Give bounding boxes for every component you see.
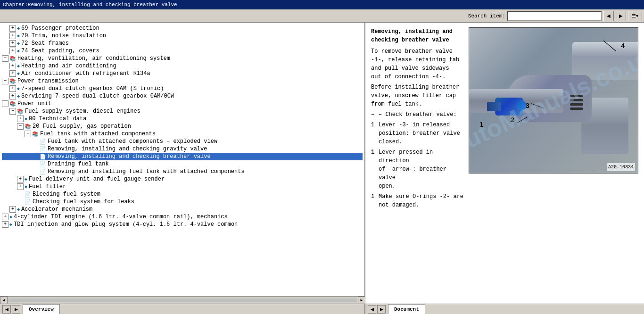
tree-item-7[interactable]: +◆Air conditioner with refrigerant R134a bbox=[2, 70, 363, 77]
tree-item-26[interactable]: +◆4-cylinder TDI engine (1.6 ltr. 4-valv… bbox=[2, 213, 363, 221]
expand-button-2[interactable]: + bbox=[9, 33, 16, 39]
expand-button-8[interactable]: − bbox=[2, 78, 8, 84]
right-panel: Removing, installing and checking breath… bbox=[365, 23, 644, 304]
callout-4: 4 bbox=[621, 41, 625, 51]
tree-label-11: Power unit bbox=[17, 100, 51, 107]
tree-label-18: Removing, installing and checking breath… bbox=[48, 153, 211, 160]
doc-icon-23: 📄 bbox=[25, 191, 31, 198]
diamond-icon-7: ◆ bbox=[17, 71, 20, 76]
tree-label-24: Checking fuel system for leaks bbox=[33, 198, 134, 205]
expand-button-26[interactable]: + bbox=[2, 214, 8, 220]
tree-item-20[interactable]: 📄Removing and installing fuel tank with … bbox=[2, 168, 363, 175]
tree-label-8: Power transmission bbox=[17, 78, 79, 84]
scroll-left-button[interactable]: ◀ bbox=[0, 297, 8, 304]
tree-item-11[interactable]: −📚Power unit bbox=[2, 100, 363, 107]
content-title: Removing, installing and checking breath… bbox=[371, 27, 464, 44]
doc-icon-18: 📄 bbox=[40, 154, 46, 160]
tree-item-25[interactable]: +◆Accelerator mechanism bbox=[2, 206, 363, 213]
tree-item-14[interactable]: −📚20 Fuel supply, gas operation bbox=[2, 123, 363, 130]
callout-3: 3 bbox=[526, 101, 529, 111]
tree-item-3[interactable]: +◆72 Seat frames bbox=[2, 40, 363, 47]
expand-button-22[interactable]: + bbox=[17, 183, 24, 190]
expand-button-21[interactable]: + bbox=[17, 176, 24, 182]
expand-button-7[interactable]: + bbox=[9, 70, 16, 77]
expand-button-13[interactable]: + bbox=[17, 116, 24, 122]
tree-item-18[interactable]: 📄Removing, installing and checking breat… bbox=[2, 153, 363, 160]
tree-item-12[interactable]: −📚Fuel supply system, diesel engines bbox=[2, 107, 363, 115]
document-tab[interactable]: Document bbox=[388, 304, 425, 314]
diamond-icon-4: ◆ bbox=[17, 48, 20, 54]
expand-button-14[interactable]: − bbox=[17, 123, 24, 130]
expand-button-15[interactable]: − bbox=[25, 131, 31, 137]
diamond-icon-21: ◆ bbox=[25, 176, 27, 182]
tree-label-12: Fuel supply system, diesel engines bbox=[25, 108, 140, 115]
tree-item-5[interactable]: −📚Heating, ventilation, air conditioning… bbox=[2, 55, 363, 62]
diamond-icon-13: ◆ bbox=[25, 116, 27, 122]
diamond-icon-25: ◆ bbox=[17, 207, 20, 212]
tree-item-15[interactable]: −📚Fuel tank with attached components bbox=[2, 130, 363, 138]
tree-label-3: 72 Seat frames bbox=[21, 40, 69, 47]
expand-button-6[interactable]: + bbox=[9, 63, 16, 69]
titlebar: Chapter:Removing, installing and checkin… bbox=[0, 0, 644, 9]
main-layout: +◆69 Passenger protection+◆70 Trim, nois… bbox=[0, 23, 644, 304]
expand-button-27[interactable]: + bbox=[2, 221, 8, 228]
content-paragraph-2: –– Check breather valve: bbox=[371, 110, 464, 119]
horizontal-scrollbar[interactable]: ◀ ▶ bbox=[0, 296, 365, 304]
search-next-button[interactable]: ▶ bbox=[616, 11, 626, 21]
expand-button-11[interactable]: − bbox=[2, 100, 8, 107]
search-prev-button[interactable]: ◀ bbox=[603, 11, 614, 21]
search-menu-button[interactable]: ☰▾ bbox=[628, 11, 642, 21]
nav-left-button[interactable]: ◀ bbox=[2, 305, 11, 314]
toolbar: Search item: ◀ ▶ ☰▾ bbox=[0, 9, 644, 23]
expand-button-5[interactable]: − bbox=[2, 55, 8, 62]
tree-item-6[interactable]: +◆Heating and air conditioning bbox=[2, 62, 363, 70]
expand-button-25[interactable]: + bbox=[9, 206, 16, 213]
book-icon-11: 📚 bbox=[9, 101, 16, 107]
overview-tab[interactable]: Overview bbox=[23, 304, 60, 314]
nav-doc-left-button[interactable]: ◀ bbox=[368, 305, 376, 314]
expand-button-4[interactable]: + bbox=[9, 48, 16, 54]
image-reference: A20-10834 bbox=[607, 163, 635, 171]
search-input[interactable] bbox=[507, 11, 602, 21]
expand-button-12[interactable]: − bbox=[9, 108, 16, 115]
tree-label-2: 70 Trim, noise insulation bbox=[21, 33, 106, 39]
tree-item-16[interactable]: 📄Fuel tank with attached components – ex… bbox=[2, 138, 363, 145]
tree-item-23[interactable]: 📄Bleeding fuel system bbox=[2, 190, 363, 198]
paragraph-text-1: Before installing breather valve, unscre… bbox=[371, 83, 459, 108]
paragraph-text-5: Make sure O-rings -2- are not damaged. bbox=[379, 192, 463, 209]
list-marker-2: – bbox=[371, 110, 377, 119]
tree-item-8[interactable]: −📚Power transmission bbox=[2, 77, 363, 85]
tree-item-1[interactable]: +◆69 Passenger protection bbox=[2, 25, 363, 32]
scroll-right-button[interactable]: ▶ bbox=[358, 297, 365, 304]
search-label: Search item: bbox=[468, 13, 505, 19]
tree-item-13[interactable]: +◆00 Technical data bbox=[2, 115, 363, 123]
expand-button-3[interactable]: + bbox=[9, 40, 16, 47]
status-left: ◀ ▶ Overview bbox=[0, 304, 365, 314]
nav-doc-right-button[interactable]: ▶ bbox=[377, 305, 386, 314]
expand-button-9[interactable]: + bbox=[9, 85, 16, 92]
tree-item-21[interactable]: +◆Fuel delivery unit and fuel gauge send… bbox=[2, 175, 363, 183]
status-right: ◀ ▶ Document bbox=[365, 304, 644, 314]
tree-item-10[interactable]: +◆Servicing 7-speed dual clutch gearbox … bbox=[2, 92, 363, 100]
tree-label-17: Removing, installing and checking gravit… bbox=[48, 146, 207, 152]
doc-icon-16: 📄 bbox=[40, 139, 46, 145]
scroll-track[interactable] bbox=[8, 298, 357, 302]
expand-button-1[interactable]: + bbox=[9, 25, 16, 32]
tree-item-24[interactable]: 📄Checking fuel system for leaks bbox=[2, 198, 363, 206]
tree-item-19[interactable]: 📄Draining fuel tank bbox=[2, 160, 363, 168]
nav-right-button[interactable]: ▶ bbox=[12, 305, 20, 314]
tree-item-2[interactable]: +◆70 Trim, noise insulation bbox=[2, 32, 363, 40]
tree-item-17[interactable]: 📄Removing, installing and checking gravi… bbox=[2, 145, 363, 153]
tree-item-22[interactable]: +◆Fuel filter bbox=[2, 183, 363, 190]
expand-button-10[interactable]: + bbox=[9, 93, 16, 99]
tree-item-27[interactable]: +◆TDI injection and glow plug system (4-… bbox=[2, 221, 363, 228]
image-area: 1 2 3 4 A20-10834 autoManuals.co.uk bbox=[469, 27, 638, 299]
tree-item-9[interactable]: +◆7-speed dual clutch gearbox 0AM (S tro… bbox=[2, 85, 363, 92]
tree-item-4[interactable]: +◆74 Seat padding, covers bbox=[2, 47, 363, 55]
tree-label-19: Draining fuel tank bbox=[48, 161, 109, 167]
paragraph-text-4: Lever pressed in direction of -arrow-: b… bbox=[379, 148, 464, 190]
content-paragraph-4: 1Lever pressed in direction of -arrow-: … bbox=[371, 148, 464, 190]
tree-container[interactable]: +◆69 Passenger protection+◆70 Trim, nois… bbox=[0, 23, 364, 296]
paragraph-text-2: – Check breather valve: bbox=[379, 110, 457, 119]
scroll-nav-left: ◀ ▶ bbox=[0, 304, 23, 314]
